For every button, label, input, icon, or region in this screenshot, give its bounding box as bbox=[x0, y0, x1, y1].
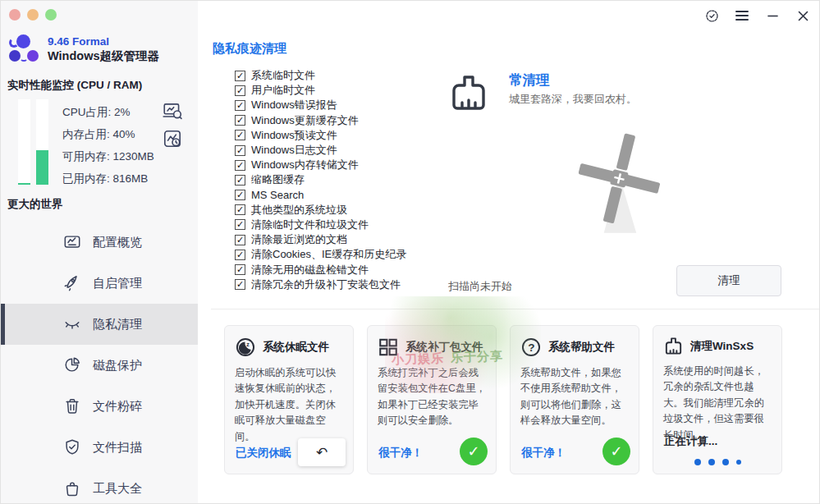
moon-sleep-icon: z bbox=[235, 337, 256, 358]
checkbox-label: 清除冗余的升级补丁安装包文件 bbox=[251, 277, 401, 292]
checkbox-error-reports[interactable]: ✓Windows错误报告 bbox=[235, 98, 406, 112]
broom-icon bbox=[663, 337, 684, 356]
checkbox-icon[interactable]: ✓ bbox=[235, 71, 245, 81]
checkbox-label: 用户临时文件 bbox=[251, 83, 315, 98]
clean-section-subtitle: 城里套路深，我要回农村。 bbox=[509, 92, 637, 107]
check-circle-icon: ✓ bbox=[460, 438, 488, 465]
close-icon[interactable] bbox=[795, 7, 811, 24]
monitor-search-icon[interactable] bbox=[162, 100, 183, 121]
checkbox-recent-docs[interactable]: ✓清除最近浏览的文档 bbox=[235, 232, 406, 247]
checkbox-icon[interactable]: ✓ bbox=[235, 190, 245, 200]
checkbox-system-temp[interactable]: ✓系统临时文件 bbox=[235, 68, 406, 83]
sidebar-item-toolbox[interactable]: 工具大全 bbox=[1, 468, 198, 504]
checkbox-clear-temp-junk[interactable]: ✓清除临时文件和垃圾文件 bbox=[235, 218, 406, 232]
question-circle-icon: ? bbox=[520, 337, 542, 358]
sidebar-item-label: 配置概览 bbox=[93, 235, 142, 250]
checkbox-prefetch[interactable]: ✓Windows预读文件 bbox=[235, 128, 406, 143]
checkbox-other-junk[interactable]: ✓其他类型的系统垃圾 bbox=[235, 203, 406, 218]
checkbox-label: 缩略图缓存 bbox=[251, 172, 305, 187]
menu-icon[interactable] bbox=[734, 7, 750, 24]
checkbox-label: 清除无用的磁盘检错文件 bbox=[251, 263, 369, 277]
sidebar-item-label: 文件粉碎 bbox=[93, 399, 142, 415]
checkbox-icon[interactable]: ✓ bbox=[235, 264, 245, 275]
sidebar-item-label: 文件扫描 bbox=[93, 440, 142, 456]
checkbox-update-cache[interactable]: ✓Windows更新缓存文件 bbox=[235, 113, 406, 128]
checkbox-label: Windows预读文件 bbox=[251, 128, 337, 143]
sidebar-item-autostart[interactable]: 自启管理 bbox=[1, 263, 198, 304]
verified-badge-icon[interactable] bbox=[703, 7, 720, 24]
checkbox-icon[interactable]: ✓ bbox=[235, 204, 245, 215]
checkbox-label: MS Search bbox=[251, 189, 304, 201]
checkbox-thumbnail-cache[interactable]: ✓缩略图缓存 bbox=[235, 172, 406, 187]
checkbox-patch-installers[interactable]: ✓清除冗余的升级补丁安装包文件 bbox=[235, 277, 406, 292]
sidebar-item-file-shred[interactable]: 文件粉碎 bbox=[1, 386, 198, 427]
overview-icon bbox=[63, 233, 81, 251]
checkbox-label: 清除最近浏览的文档 bbox=[251, 232, 347, 247]
used-ram-text: 已用内存: 816MB bbox=[62, 167, 154, 190]
checkbox-icon[interactable]: ✓ bbox=[235, 219, 245, 230]
sidebar-item-disk-protect[interactable]: 磁盘保护 bbox=[1, 345, 198, 386]
checkbox-icon[interactable]: ✓ bbox=[235, 130, 245, 140]
undo-button[interactable]: ↶ bbox=[298, 438, 346, 466]
privacy-checklist: ✓系统临时文件 ✓用户临时文件 ✓Windows错误报告 ✓Windows更新缓… bbox=[235, 68, 406, 292]
patch-status-link[interactable]: 很干净！ bbox=[378, 446, 423, 460]
cpu-usage-bar bbox=[18, 99, 30, 185]
checkbox-label: Windows内存转储文件 bbox=[251, 158, 359, 172]
card-title: 清理WinSxS bbox=[690, 339, 754, 354]
trash-icon bbox=[63, 397, 81, 415]
app-window: 9.46 Formal Windows超级管理器 实时性能监控 (CPU / R… bbox=[0, 0, 820, 504]
svg-text:z: z bbox=[246, 341, 250, 347]
sidebar-item-privacy-clean[interactable]: 隐私清理 bbox=[1, 304, 198, 345]
checkbox-icon[interactable]: ✓ bbox=[235, 85, 245, 96]
checkbox-label: Windows日志文件 bbox=[251, 143, 337, 158]
checkbox-icon[interactable]: ✓ bbox=[235, 145, 245, 156]
world-section-label: 更大的世界 bbox=[7, 197, 63, 212]
sidebar-item-file-scan[interactable]: 文件扫描 bbox=[1, 427, 198, 468]
checkbox-icon[interactable]: ✓ bbox=[235, 250, 245, 260]
sidebar: 9.46 Formal Windows超级管理器 实时性能监控 (CPU / R… bbox=[1, 1, 198, 504]
close-traffic-icon[interactable] bbox=[9, 9, 21, 21]
checkbox-icon[interactable]: ✓ bbox=[235, 175, 245, 186]
patch-squares-icon bbox=[378, 337, 399, 358]
sidebar-item-config-overview[interactable]: 配置概览 bbox=[1, 222, 198, 263]
maximize-traffic-icon[interactable] bbox=[45, 9, 57, 21]
hibernation-status-link[interactable]: 已关闭休眠 bbox=[236, 446, 291, 460]
minimize-icon[interactable] bbox=[764, 7, 781, 24]
cleanup-cards: z 系统休眠文件 启动休眠的系统可以快速恢复休眠前的状态，加快开机速度。关闭休眠… bbox=[224, 325, 782, 474]
free-ram-text: 可用内存: 1230MB bbox=[62, 145, 154, 167]
checkbox-disk-check-files[interactable]: ✓清除无用的磁盘检错文件 bbox=[235, 262, 406, 277]
card-title: 系统补丁包文件 bbox=[405, 340, 483, 355]
help-status-link[interactable]: 很干净！ bbox=[521, 446, 566, 460]
shield-check-icon bbox=[63, 438, 81, 456]
checkbox-label: 系统临时文件 bbox=[251, 68, 315, 83]
checkbox-icon[interactable]: ✓ bbox=[235, 160, 245, 171]
clean-button[interactable]: 清理 bbox=[676, 265, 781, 296]
traffic-lights bbox=[9, 9, 57, 21]
broom-icon bbox=[447, 74, 490, 117]
checkbox-ms-search[interactable]: ✓MS Search bbox=[235, 188, 406, 203]
clean-section-title: 常清理 bbox=[509, 71, 550, 89]
checkbox-icon[interactable]: ✓ bbox=[235, 235, 245, 245]
checkbox-cookies-history[interactable]: ✓清除Cookies、IE缓存和历史纪录 bbox=[235, 247, 406, 262]
checkbox-memory-dump[interactable]: ✓Windows内存转储文件 bbox=[235, 158, 406, 172]
checkmark: ✓ bbox=[467, 442, 479, 460]
sidebar-item-label: 隐私清理 bbox=[93, 317, 142, 332]
checkbox-icon[interactable]: ✓ bbox=[235, 115, 245, 126]
minimize-traffic-icon[interactable] bbox=[27, 9, 39, 21]
checkbox-icon[interactable]: ✓ bbox=[235, 279, 245, 290]
sidebar-item-label: 磁盘保护 bbox=[93, 358, 142, 373]
card-hibernation: z 系统休眠文件 启动休眠的系统可以快速恢复休眠前的状态，加快开机速度。关闭休眠… bbox=[224, 325, 354, 474]
calculating-label: 正在计算... bbox=[664, 434, 717, 449]
checkbox-user-temp[interactable]: ✓用户临时文件 bbox=[235, 83, 406, 98]
eye-closed-icon bbox=[63, 315, 81, 333]
ram-usage-bar bbox=[36, 99, 48, 185]
app-logo-row: 9.46 Formal Windows超级管理器 bbox=[7, 34, 159, 65]
perf-stats: CPU占用: 2% 内存占用: 40% 可用内存: 1230MB 已用内存: 8… bbox=[62, 101, 154, 190]
checkbox-icon[interactable]: ✓ bbox=[235, 100, 245, 111]
checkbox-label: 清除临时文件和垃圾文件 bbox=[251, 218, 369, 232]
chart-clock-icon[interactable] bbox=[162, 128, 183, 149]
section-divider bbox=[211, 309, 820, 309]
checkbox-logs[interactable]: ✓Windows日志文件 bbox=[235, 143, 406, 158]
cpu-usage-text: CPU占用: 2% bbox=[62, 101, 154, 123]
toolbag-icon bbox=[63, 479, 81, 497]
